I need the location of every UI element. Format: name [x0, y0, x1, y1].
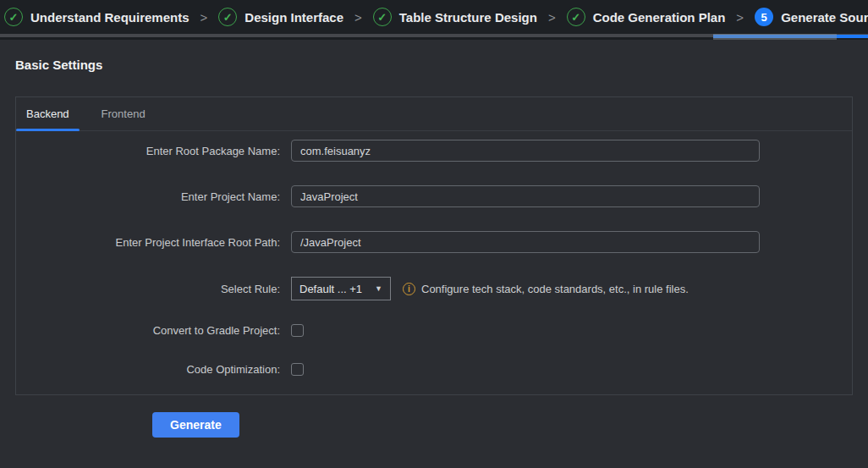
step-code-generation-plan[interactable]: ✓ Code Generation Plan	[567, 8, 726, 26]
step-design-interface[interactable]: ✓ Design Interface	[218, 8, 343, 26]
code-optimization-checkbox[interactable]	[291, 363, 304, 376]
step-understand-requirements[interactable]: ✓ Understand Requirements	[4, 8, 190, 26]
project-name-input[interactable]	[291, 185, 760, 207]
tab-bar: Backend Frontend	[16, 97, 852, 131]
tab-backend[interactable]: Backend	[16, 97, 80, 130]
form-row-interface-root-path: Enter Project Interface Root Path:	[16, 231, 852, 253]
stepper-scrollbar-track[interactable]	[0, 34, 868, 40]
info-icon: i	[403, 283, 415, 295]
wizard-stepper: ✓ Understand Requirements > ✓ Design Int…	[0, 0, 868, 34]
settings-panel: Backend Frontend Enter Root Package Name…	[15, 96, 853, 395]
step-number-badge: 5	[755, 8, 773, 26]
select-rule-label: Select Rule:	[16, 283, 291, 295]
chevron-right-icon: >	[354, 10, 362, 25]
chevron-right-icon: >	[548, 10, 556, 25]
rule-note-text: Configure tech stack, code standards, et…	[421, 283, 689, 295]
step-generate-source-code[interactable]: 5 Generate Source Code	[755, 8, 868, 26]
rule-select-dropdown[interactable]: Default ... +1 ▼	[291, 277, 391, 300]
project-name-label: Enter Project Name:	[16, 190, 291, 203]
check-icon: ✓	[223, 11, 233, 24]
form-row-root-package: Enter Root Package Name:	[16, 140, 852, 162]
rule-note: i Configure tech stack, code standards, …	[403, 283, 689, 295]
step-label: Table Structure Design	[399, 10, 537, 25]
check-icon: ✓	[9, 11, 19, 24]
root-package-label: Enter Root Package Name:	[16, 145, 291, 157]
step-label: Code Generation Plan	[593, 10, 726, 25]
code-optimization-label: Code Optimization:	[16, 363, 291, 376]
root-package-input[interactable]	[291, 140, 760, 162]
page-title: Basic Settings	[15, 58, 853, 72]
tab-frontend[interactable]: Frontend	[91, 97, 156, 130]
app-window: ✓ Understand Requirements > ✓ Design Int…	[0, 0, 868, 468]
interface-root-path-input[interactable]	[291, 231, 760, 253]
check-circle-icon: ✓	[567, 8, 585, 26]
form-row-select-rule: Select Rule: Default ... +1 ▼ i Configur…	[16, 277, 852, 300]
check-icon: ✓	[377, 11, 387, 24]
gradle-checkbox[interactable]	[291, 324, 304, 337]
form-row-project-name: Enter Project Name:	[16, 185, 852, 207]
gradle-label: Convert to Gradle Project:	[16, 324, 291, 337]
chevron-down-icon: ▼	[375, 284, 382, 293]
chevron-right-icon: >	[736, 10, 744, 25]
check-circle-icon: ✓	[218, 8, 237, 26]
backend-settings-form: Enter Root Package Name: Enter Project N…	[16, 131, 852, 376]
generate-button[interactable]: Generate	[152, 412, 239, 438]
check-circle-icon: ✓	[4, 8, 23, 26]
form-row-gradle: Convert to Gradle Project:	[16, 324, 852, 337]
step-label: Understand Requirements	[30, 10, 190, 25]
step-label: Generate Source Code	[781, 10, 868, 25]
form-row-code-optimization: Code Optimization:	[16, 363, 852, 376]
chevron-right-icon: >	[201, 10, 208, 25]
check-icon: ✓	[571, 11, 580, 24]
step-label: Design Interface	[244, 10, 343, 25]
step-table-structure-design[interactable]: ✓ Table Structure Design	[373, 8, 537, 26]
rule-select-value: Default ... +1	[299, 283, 362, 295]
check-circle-icon: ✓	[373, 8, 392, 26]
stepper-scrollbar-thumb[interactable]	[713, 34, 837, 40]
interface-root-path-label: Enter Project Interface Root Path:	[16, 236, 291, 249]
